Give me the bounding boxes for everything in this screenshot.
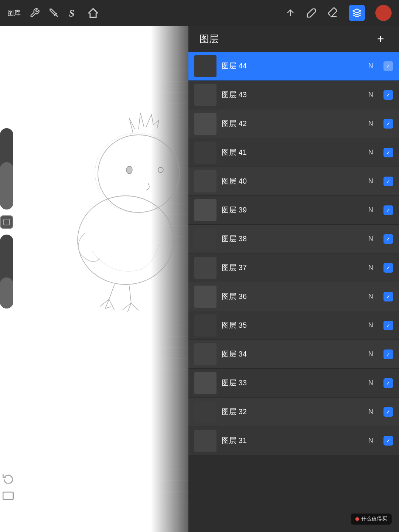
layer-visibility-32[interactable]: ✓ [383,407,393,417]
watermark: 什么值得买 [351,514,392,525]
layer-thumb-40 [194,170,216,192]
layer-visibility-39[interactable]: ✓ [383,205,393,215]
layer-item-42[interactable]: 图层 42N✓ [188,109,399,138]
color-swatch-button[interactable] [0,215,13,229]
layer-name-40: 图层 40 [222,176,363,186]
layer-thumb-39 [194,199,216,221]
layer-name-33: 图层 33 [222,378,363,388]
svg-line-2 [57,16,58,17]
layer-visibility-38[interactable]: ✓ [383,234,393,244]
layer-name-38: 图层 38 [222,234,363,244]
layer-item-36[interactable]: 图层 36N✓ [188,282,399,311]
layer-item-41[interactable]: 图层 41N✓ [188,138,399,167]
layer-visibility-31[interactable]: ✓ [383,436,393,446]
layer-mode-42: N [368,120,373,127]
selection-icon[interactable] [88,8,98,18]
layer-item-44[interactable]: 图层 44N✓ [188,52,399,81]
layer-mode-33: N [368,379,373,387]
toolbar: 图库 S [0,0,399,26]
main-area: 图层 + 图层 44N✓图层 43N✓图层 42N✓图层 41N✓图层 40N✓… [0,26,399,532]
magic-icon[interactable] [49,8,59,18]
layer-visibility-34[interactable]: ✓ [383,349,393,359]
drawing-svg [0,26,188,532]
color-picker-button[interactable] [375,5,392,21]
gallery-button[interactable]: 图库 [7,8,21,17]
smudge-icon[interactable]: S [68,7,79,18]
layer-name-31: 图层 31 [222,436,363,446]
layer-mode-41: N [368,149,373,156]
opacity-slider[interactable] [0,235,13,308]
left-tools [0,128,13,308]
layer-thumb-31 [194,430,216,452]
layer-visibility-44[interactable]: ✓ [383,61,393,71]
undo-button[interactable] [1,471,15,485]
layer-name-36: 图层 36 [222,291,363,301]
layer-name-35: 图层 35 [222,320,363,330]
layer-visibility-42[interactable]: ✓ [383,119,393,129]
wrench-icon[interactable] [30,8,40,18]
toolbar-left: 图库 S [7,7,278,18]
layer-mode-31: N [368,437,373,444]
layers-header: 图层 + [188,26,399,52]
layer-name-43: 图层 43 [222,90,363,100]
layer-mode-37: N [368,264,373,272]
layer-thumb-42 [194,113,216,135]
eraser-tool-button[interactable] [327,7,338,18]
layer-item-34[interactable]: 图层 34N✓ [188,340,399,369]
layer-item-32[interactable]: 图层 32N✓ [188,398,399,426]
layers-panel-title: 图层 [200,33,219,45]
redo-button[interactable] [1,489,15,502]
pen-tool-button[interactable] [285,8,296,18]
svg-point-6 [98,135,179,212]
layer-name-34: 图层 34 [222,349,363,359]
layer-thumb-36 [194,286,216,308]
layer-name-44: 图层 44 [222,61,363,71]
layers-panel: 图层 + 图层 44N✓图层 43N✓图层 42N✓图层 41N✓图层 40N✓… [188,26,399,532]
layers-button[interactable] [349,5,365,21]
layer-item-33[interactable]: 图层 33N✓ [188,369,399,398]
layer-visibility-40[interactable]: ✓ [383,177,393,186]
layer-name-41: 图层 41 [222,147,363,157]
watermark-text: 什么值得买 [361,516,387,522]
layer-mode-34: N [368,350,373,358]
layer-thumb-37 [194,257,216,279]
layer-thumb-35 [194,314,216,337]
layer-thumb-34 [194,343,216,365]
layer-mode-32: N [368,408,373,416]
layer-mode-44: N [368,62,373,70]
layer-thumb-41 [194,141,216,164]
layer-visibility-41[interactable]: ✓ [383,148,393,157]
layer-mode-39: N [368,206,373,214]
layer-visibility-35[interactable]: ✓ [383,321,393,330]
layer-thumb-43 [194,84,216,106]
layer-thumb-44 [194,55,216,77]
layer-item-43[interactable]: 图层 43N✓ [188,81,399,109]
brush-size-slider[interactable] [0,128,13,209]
add-layer-button[interactable]: + [373,31,388,46]
svg-text:S: S [69,7,75,18]
layer-mode-35: N [368,321,373,329]
layer-item-37[interactable]: 图层 37N✓ [188,253,399,282]
layer-name-39: 图层 39 [222,205,363,215]
layer-item-40[interactable]: 图层 40N✓ [188,167,399,196]
bottom-left-tools [0,471,15,502]
layer-mode-43: N [368,91,373,99]
layer-visibility-37[interactable]: ✓ [383,263,393,273]
svg-point-9 [158,167,163,173]
layer-name-37: 图层 37 [222,263,363,273]
layer-visibility-33[interactable]: ✓ [383,378,393,388]
layers-list: 图层 44N✓图层 43N✓图层 42N✓图层 41N✓图层 40N✓图层 39… [188,52,399,532]
layer-visibility-36[interactable]: ✓ [383,292,393,301]
svg-marker-5 [353,9,361,13]
svg-rect-11 [4,219,10,225]
brush-tool-button[interactable] [306,7,317,18]
toolbar-right [285,5,392,21]
layer-thumb-32 [194,401,216,423]
layer-visibility-43[interactable]: ✓ [383,90,393,100]
layer-item-31[interactable]: 图层 31N✓ [188,426,399,455]
layer-item-39[interactable]: 图层 39N✓ [188,196,399,225]
canvas-area[interactable] [0,26,188,532]
watermark-dot [355,517,359,521]
layer-item-38[interactable]: 图层 38N✓ [188,225,399,253]
layer-item-35[interactable]: 图层 35N✓ [188,311,399,340]
